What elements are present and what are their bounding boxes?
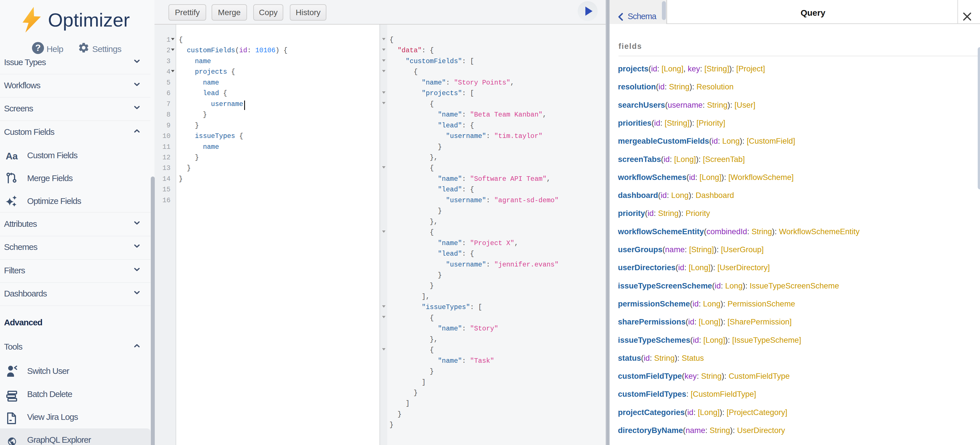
svg-text:?: ? xyxy=(35,43,41,53)
